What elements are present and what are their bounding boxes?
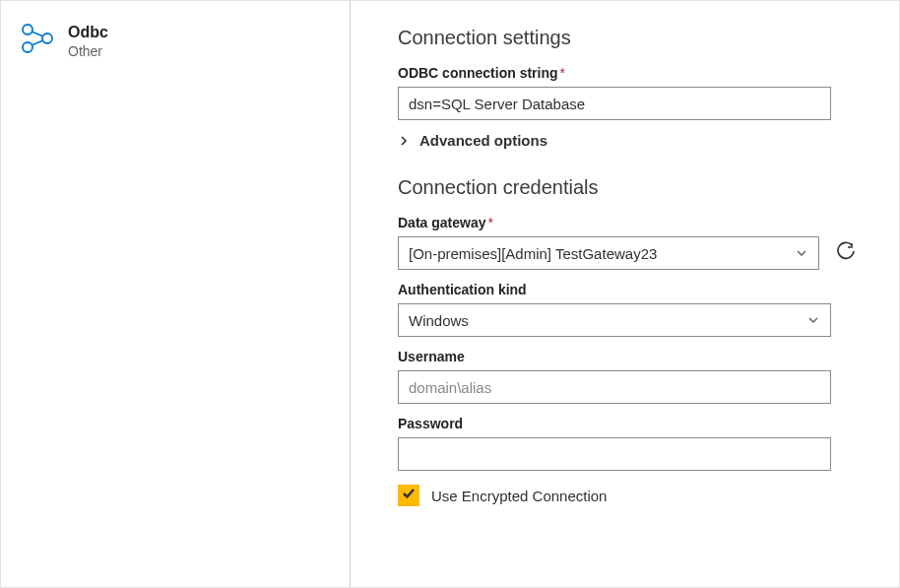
field-auth-kind: Authentication kind Windows: [398, 282, 860, 337]
field-username: Username domain\alias: [398, 349, 860, 404]
label-gateway: Data gateway*: [398, 215, 860, 230]
field-connection-string: ODBC connection string* dsn=SQL Server D…: [398, 65, 860, 120]
field-gateway: Data gateway* [On-premises][Admin] TestG…: [398, 215, 860, 270]
connector-title: Odbc: [68, 23, 108, 41]
label-password: Password: [398, 416, 860, 431]
checkbox-encrypted[interactable]: [398, 485, 419, 506]
input-connection-string[interactable]: dsn=SQL Server Database: [398, 87, 831, 120]
advanced-options-label: Advanced options: [419, 132, 547, 149]
input-password[interactable]: [398, 437, 831, 471]
label-connection-string: ODBC connection string*: [398, 65, 860, 81]
advanced-options-toggle[interactable]: Advanced options: [398, 132, 860, 149]
chevron-right-icon: [398, 135, 410, 147]
label-gateway-text: Data gateway: [398, 215, 485, 230]
check-icon: [402, 487, 416, 504]
svg-point-0: [23, 25, 32, 34]
right-pane: Connection settings ODBC connection stri…: [351, 1, 899, 587]
chevron-down-icon: [806, 313, 820, 327]
connector-subtitle: Other: [68, 43, 108, 59]
refresh-gateway-button[interactable]: [833, 239, 860, 267]
select-auth-kind-value: Windows: [409, 312, 469, 329]
svg-point-2: [42, 33, 52, 43]
select-gateway-value: [On-premises][Admin] TestGateway23: [409, 245, 657, 262]
required-asterisk: *: [487, 215, 492, 230]
label-auth-kind: Authentication kind: [398, 282, 860, 297]
required-asterisk: *: [560, 65, 565, 81]
svg-point-1: [23, 42, 32, 52]
row-encrypted: Use Encrypted Connection: [398, 485, 860, 506]
refresh-icon: [836, 241, 856, 265]
section-heading-credentials: Connection credentials: [398, 176, 860, 199]
field-password: Password: [398, 416, 860, 471]
section-heading-settings: Connection settings: [398, 27, 860, 49]
select-gateway[interactable]: [On-premises][Admin] TestGateway23: [398, 236, 819, 270]
chevron-down-icon: [795, 246, 808, 260]
left-pane: Odbc Other: [1, 1, 351, 587]
odbc-icon: [19, 21, 54, 56]
label-encrypted: Use Encrypted Connection: [431, 488, 607, 504]
select-auth-kind[interactable]: Windows: [398, 303, 831, 337]
input-username[interactable]: domain\alias: [398, 370, 831, 404]
label-username: Username: [398, 349, 860, 364]
connector-titles: Odbc Other: [68, 21, 108, 567]
input-connection-string-value: dsn=SQL Server Database: [409, 96, 585, 112]
label-connection-string-text: ODBC connection string: [398, 65, 558, 81]
dialog-root: Odbc Other Connection settings ODBC conn…: [0, 0, 900, 588]
input-username-placeholder: domain\alias: [409, 379, 491, 396]
